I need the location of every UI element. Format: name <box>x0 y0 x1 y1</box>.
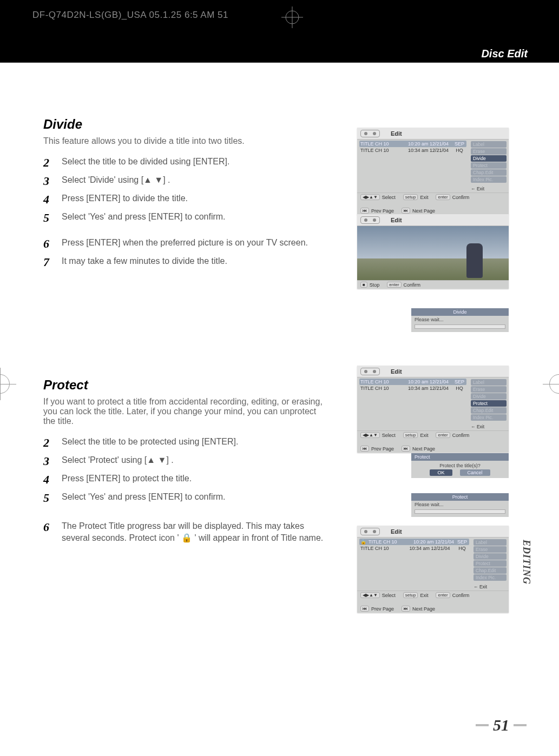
setup-key: setup <box>403 194 418 200</box>
menu-chapedit[interactable]: Chap.Edit <box>473 567 507 574</box>
dash-icon <box>476 724 489 726</box>
menu-exit[interactable]: ← Exit <box>471 186 507 191</box>
menu-erase[interactable]: Erase <box>471 386 507 393</box>
nav-icon: ◀▶▲▼ <box>360 432 380 438</box>
chapter-tab: Disc Edit <box>481 48 528 60</box>
remote-icon <box>360 368 380 375</box>
enter-key: enter <box>436 432 450 438</box>
osd-footer: ◀▶▲▼Select setupExit enterConfirm ⏮Prev … <box>357 591 509 613</box>
step-number: 3 <box>43 174 62 188</box>
title-row: 🔒 TITLE CH 10 10:20 am 12/21/04 SEP <box>359 539 469 545</box>
enter-key: enter <box>436 592 450 598</box>
step-text: The Protect Title progress bar will be d… <box>62 520 325 545</box>
menu-erase[interactable]: Erase <box>473 546 507 553</box>
step-text: Select 'Yes' and press [ENTER] to confir… <box>62 211 226 223</box>
progress-bar <box>415 324 505 329</box>
title-row: TITLE CH 10 10:34 am 12/21/04 HQ <box>359 545 469 552</box>
preview-image <box>357 226 509 280</box>
osd-divide-preview: Edit ■Stop enterConfirm <box>357 214 509 289</box>
prev-icon: ⏮ <box>360 606 369 612</box>
prev-icon: ⏮ <box>360 208 369 214</box>
ok-button[interactable]: OK <box>430 469 452 476</box>
protect-intro: If you want to protect a title from acci… <box>43 397 325 426</box>
menu-divide[interactable]: Divide <box>471 393 507 400</box>
setup-key: setup <box>403 432 418 438</box>
progress-text: Please wait... <box>411 501 509 508</box>
step-number: 5 <box>43 211 62 225</box>
step-text: Select 'Divide' using [▲ ▼] . <box>62 174 170 186</box>
register-mark-icon <box>281 6 303 28</box>
title-row: TITLE CH 10 10:34 am 12/21/04 HQ <box>359 147 466 154</box>
editing-side-tab: EDITING <box>521 540 532 585</box>
progress-title: Protect <box>411 493 509 501</box>
menu-divide[interactable]: Divide <box>473 553 507 560</box>
menu-chapedit[interactable]: Chap.Edit <box>471 407 507 414</box>
menu-erase[interactable]: Erase <box>471 148 507 155</box>
osd-title: Edit <box>391 217 402 223</box>
osd-footer: ■Stop enterConfirm <box>357 280 509 289</box>
next-icon: ⏭ <box>402 208 410 214</box>
menu-label[interactable]: Label <box>473 539 507 546</box>
step-text: Press [ENTER] to divide the title. <box>62 193 188 204</box>
remote-icon <box>360 528 380 535</box>
osd-protect-result: Edit 🔒 TITLE CH 10 10:20 am 12/21/04 SEP… <box>357 526 509 613</box>
setup-key: setup <box>403 592 418 598</box>
top-bar: DF-Q74D2N-LS(GB)_USA 05.1.25 6:5 AM 51 D… <box>0 0 559 62</box>
menu-label[interactable]: Label <box>471 141 507 148</box>
prev-icon: ⏮ <box>360 446 369 452</box>
step-number: 5 <box>43 491 62 505</box>
next-icon: ⏭ <box>402 446 410 452</box>
osd-protect-edit: Edit TITLE CH 10 10:20 am 12/21/04 SEP T… <box>357 366 509 453</box>
osd-title: Edit <box>391 368 402 375</box>
menu-label[interactable]: Label <box>471 379 507 386</box>
remote-icon <box>360 216 380 224</box>
confirm-question: Protect the title(s)? <box>411 461 509 469</box>
osd-protect-confirm: Protect Protect the title(s)? OK Cancel <box>411 453 509 478</box>
osd-footer: ◀▶▲▼Select setupExit enterConfirm ⏮Prev … <box>357 430 509 453</box>
menu-protect[interactable]: Protect <box>471 162 507 169</box>
cancel-button[interactable]: Cancel <box>460 469 490 476</box>
step-text: Press [ENTER] to protect the title. <box>62 473 192 485</box>
step-text: Press [ENTER] when the preferred picture… <box>62 237 308 249</box>
progress-bar <box>415 509 505 514</box>
step-text: Select the title to be divided using [EN… <box>62 156 229 168</box>
next-icon: ⏭ <box>402 606 410 612</box>
osd-footer: ◀▶▲▼Select setupExit enterConfirm ⏮Prev … <box>357 193 509 215</box>
title-row: TITLE CH 10 10:34 am 12/21/04 HQ <box>359 385 466 392</box>
step-number: 4 <box>43 193 62 207</box>
lock-icon: 🔒 <box>360 539 366 545</box>
step-number: 4 <box>43 473 62 487</box>
step-text: Select 'Protect' using [▲ ▼] . <box>62 454 174 466</box>
page-number: 51 <box>476 716 527 734</box>
menu-divide[interactable]: Divide <box>471 155 507 162</box>
step-text: It may take a few minutes to divide the … <box>62 255 227 267</box>
nav-icon: ◀▶▲▼ <box>360 592 380 598</box>
step-number: 7 <box>43 255 62 269</box>
divide-intro: This feature allows you to divide a titl… <box>43 136 325 146</box>
doc-meta: DF-Q74D2N-LS(GB)_USA 05.1.25 6:5 AM 51 <box>32 10 228 21</box>
progress-text: Please wait... <box>411 316 509 323</box>
remote-icon <box>360 130 380 137</box>
menu-indexpic[interactable]: Index Pic. <box>471 176 507 183</box>
step-number: 6 <box>43 237 62 251</box>
osd-divide-progress: Divide Please wait... <box>411 308 509 332</box>
menu-indexpic[interactable]: Index Pic. <box>471 414 507 421</box>
step-number: 2 <box>43 436 62 450</box>
osd-divide-edit: Edit TITLE CH 10 10:20 am 12/21/04 SEP T… <box>357 128 509 215</box>
menu-indexpic[interactable]: Index Pic. <box>473 574 507 581</box>
osd-title: Edit <box>391 528 402 535</box>
menu-exit[interactable]: ← Exit <box>473 584 507 589</box>
menu-chapedit[interactable]: Chap.Edit <box>471 169 507 176</box>
figure-icon <box>466 243 483 278</box>
confirm-title: Protect <box>411 453 509 461</box>
step-number: 3 <box>43 454 62 468</box>
menu-protect[interactable]: Protect <box>473 560 507 567</box>
progress-title: Divide <box>411 308 509 316</box>
title-row: TITLE CH 10 10:20 am 12/21/04 SEP <box>359 379 466 385</box>
menu-exit[interactable]: ← Exit <box>471 424 507 429</box>
menu-protect[interactable]: Protect <box>471 400 507 407</box>
step-number: 2 <box>43 156 62 170</box>
stop-icon: ■ <box>360 282 367 288</box>
osd-protect-progress: Protect Please wait... <box>411 493 509 517</box>
step-text: Select the title to be protected using [… <box>62 436 238 448</box>
